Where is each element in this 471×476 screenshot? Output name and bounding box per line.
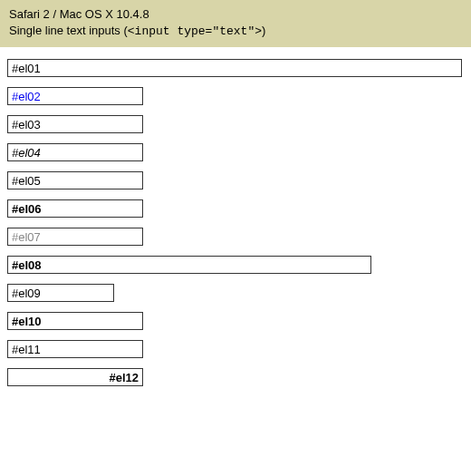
header-subtitle: Single line text inputs (<input type="te… xyxy=(9,23,462,40)
input-el07[interactable] xyxy=(7,228,143,246)
input-el10[interactable] xyxy=(7,312,143,330)
input-el06[interactable] xyxy=(7,199,143,218)
header-browser-os: Safari 2 / Mac OS X 10.4.8 xyxy=(9,6,462,23)
input-el04[interactable] xyxy=(7,143,143,161)
input-el05[interactable] xyxy=(7,171,143,189)
inputs-stage xyxy=(0,47,471,395)
input-el11[interactable] xyxy=(7,340,143,358)
input-el09[interactable] xyxy=(7,284,114,302)
header-subtitle-code: <input type="text"> xyxy=(128,24,262,38)
page-header: Safari 2 / Mac OS X 10.4.8 Single line t… xyxy=(0,0,471,47)
input-el12[interactable] xyxy=(7,368,143,386)
input-el01[interactable] xyxy=(7,59,462,77)
header-subtitle-prefix: Single line text inputs ( xyxy=(9,24,128,37)
input-el03[interactable] xyxy=(7,115,143,133)
input-el08[interactable] xyxy=(7,256,371,274)
input-el02[interactable] xyxy=(7,87,143,105)
header-subtitle-suffix: ) xyxy=(262,24,265,37)
